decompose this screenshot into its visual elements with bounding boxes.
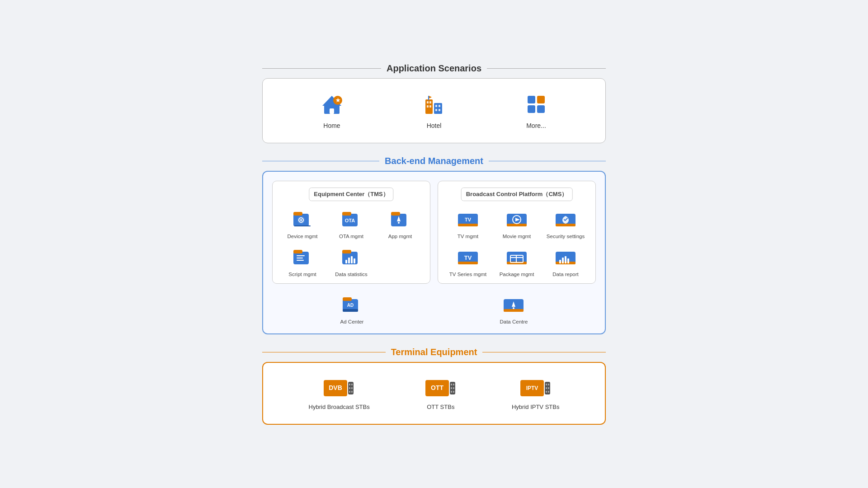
svg-rect-98 bbox=[546, 387, 547, 389]
backend-line-right bbox=[489, 161, 606, 161]
tv-series-mgmt-item[interactable]: TV TV Series mgmt bbox=[445, 245, 491, 277]
more-icon bbox=[524, 92, 548, 118]
terminal-items: DVB Hybrid Broadcast STBs bbox=[272, 372, 596, 415]
ota-mgmt-item[interactable]: OTA OTA mgmt bbox=[329, 207, 374, 239]
tv-series-mgmt-icon: TV bbox=[456, 245, 480, 269]
svg-rect-5 bbox=[425, 99, 433, 114]
svg-rect-18 bbox=[537, 96, 545, 103]
svg-rect-55 bbox=[458, 262, 478, 264]
ott-icon: OTT bbox=[425, 376, 457, 400]
svg-rect-41 bbox=[345, 260, 347, 263]
tv-mgmt-item[interactable]: TV TV mgmt bbox=[445, 207, 491, 239]
svg-rect-38 bbox=[297, 260, 304, 261]
svg-rect-19 bbox=[528, 105, 535, 113]
svg-point-75 bbox=[513, 307, 514, 309]
svg-rect-88 bbox=[453, 384, 454, 385]
terminal-title: Terminal Equipment bbox=[391, 347, 477, 357]
svg-rect-22 bbox=[293, 212, 302, 216]
equipment-center-box: Equipment Center（TMS） Device mgmt bbox=[272, 181, 430, 284]
backend-title: Back-end Management bbox=[385, 156, 483, 166]
script-mgmt-label: Script mgmt bbox=[288, 272, 316, 277]
package-mgmt-icon bbox=[505, 245, 528, 269]
scenario-hotel-label: Hotel bbox=[427, 122, 442, 129]
svg-rect-79 bbox=[351, 384, 353, 385]
svg-rect-17 bbox=[528, 96, 535, 103]
terminal-dvb[interactable]: DVB Hybrid Broadcast STBs bbox=[309, 376, 370, 410]
app-scenarios-items: ★ Home bbox=[272, 88, 596, 134]
app-scenarios-section: Application Scenarios bbox=[262, 63, 606, 143]
svg-rect-99 bbox=[548, 387, 549, 389]
data-centre-label: Data Centre bbox=[500, 319, 528, 324]
svg-rect-91 bbox=[451, 391, 452, 393]
svg-rect-96 bbox=[546, 384, 547, 385]
svg-rect-46 bbox=[458, 224, 478, 226]
equipment-center-title: Equipment Center（TMS） bbox=[309, 188, 393, 201]
data-statistics-item[interactable]: Data statistics bbox=[329, 245, 374, 277]
svg-rect-26 bbox=[294, 225, 311, 226]
scenario-more[interactable]: More... bbox=[524, 92, 548, 129]
svg-rect-67 bbox=[567, 258, 569, 263]
svg-rect-10 bbox=[434, 103, 442, 114]
svg-rect-61 bbox=[516, 255, 517, 263]
svg-text:TV: TV bbox=[464, 254, 472, 261]
backend-bottom-row: AD Ad Center Data Centre bbox=[272, 291, 596, 324]
svg-rect-77 bbox=[348, 382, 354, 394]
svg-rect-78 bbox=[349, 384, 350, 385]
security-settings-item[interactable]: Security settings bbox=[543, 207, 588, 239]
svg-rect-100 bbox=[546, 391, 547, 393]
script-mgmt-item[interactable]: Script mgmt bbox=[280, 245, 325, 277]
svg-rect-35 bbox=[293, 250, 302, 253]
svg-text:OTA: OTA bbox=[345, 218, 355, 223]
data-report-label: Data report bbox=[552, 272, 579, 277]
svg-rect-83 bbox=[351, 391, 353, 393]
terminal-title-bar: Terminal Equipment bbox=[262, 347, 606, 357]
data-centre-item[interactable]: Data Centre bbox=[500, 293, 528, 324]
scenario-hotel[interactable]: Hotel bbox=[422, 92, 446, 129]
svg-text:★: ★ bbox=[335, 97, 340, 103]
movie-mgmt-item[interactable]: Movie mgmt bbox=[494, 207, 539, 239]
broadcast-control-title: Broadcast Control Platform（CMS） bbox=[461, 188, 573, 201]
svg-rect-12 bbox=[439, 105, 440, 107]
data-statistics-icon bbox=[340, 245, 363, 269]
ad-center-item[interactable]: AD Ad Center bbox=[340, 293, 363, 324]
terminal-iptv[interactable]: IPTV Hybrid IPTV STBs bbox=[512, 376, 559, 410]
terminal-section: Terminal Equipment bbox=[262, 347, 606, 425]
svg-rect-20 bbox=[537, 105, 545, 113]
package-mgmt-label: Package mgmt bbox=[500, 272, 534, 277]
svg-rect-44 bbox=[354, 258, 355, 263]
device-mgmt-item[interactable]: Device mgmt bbox=[280, 207, 325, 239]
app-mgmt-icon bbox=[388, 207, 412, 231]
data-report-item[interactable]: Data report bbox=[543, 245, 588, 277]
svg-rect-36 bbox=[297, 255, 305, 256]
app-scenarios-title-bar: Application Scenarios bbox=[262, 63, 606, 74]
svg-rect-70 bbox=[343, 309, 358, 312]
svg-rect-8 bbox=[427, 105, 429, 108]
svg-rect-53 bbox=[556, 224, 576, 226]
terminal-dvb-label: Hybrid Broadcast STBs bbox=[309, 404, 370, 410]
svg-point-33 bbox=[398, 222, 400, 224]
svg-rect-69 bbox=[343, 297, 352, 301]
terminal-ott[interactable]: OTT OTT STBs bbox=[425, 376, 457, 410]
script-mgmt-icon bbox=[291, 245, 314, 269]
svg-rect-66 bbox=[565, 256, 566, 263]
backend-inner: Equipment Center（TMS） Device mgmt bbox=[272, 181, 596, 324]
app-mgmt-item[interactable]: App mgmt bbox=[377, 207, 423, 239]
backend-title-bar: Back-end Management bbox=[262, 156, 606, 166]
svg-rect-90 bbox=[453, 387, 454, 389]
title-line-left bbox=[262, 68, 381, 69]
svg-rect-73 bbox=[504, 309, 524, 312]
movie-mgmt-label: Movie mgmt bbox=[503, 234, 531, 239]
svg-text:DVB: DVB bbox=[329, 384, 342, 391]
scenario-home[interactable]: ★ Home bbox=[320, 92, 344, 129]
svg-rect-13 bbox=[435, 109, 437, 111]
app-scenarios-box: ★ Home bbox=[262, 78, 606, 143]
tv-series-mgmt-label: TV Series mgmt bbox=[449, 272, 486, 277]
device-mgmt-label: Device mgmt bbox=[287, 234, 317, 239]
svg-text:OTT: OTT bbox=[431, 384, 443, 391]
svg-rect-2 bbox=[330, 108, 334, 114]
svg-rect-7 bbox=[429, 101, 431, 103]
svg-rect-86 bbox=[450, 382, 455, 394]
package-mgmt-item[interactable]: Package mgmt bbox=[494, 245, 539, 277]
svg-rect-80 bbox=[349, 387, 350, 389]
svg-rect-89 bbox=[451, 387, 452, 389]
